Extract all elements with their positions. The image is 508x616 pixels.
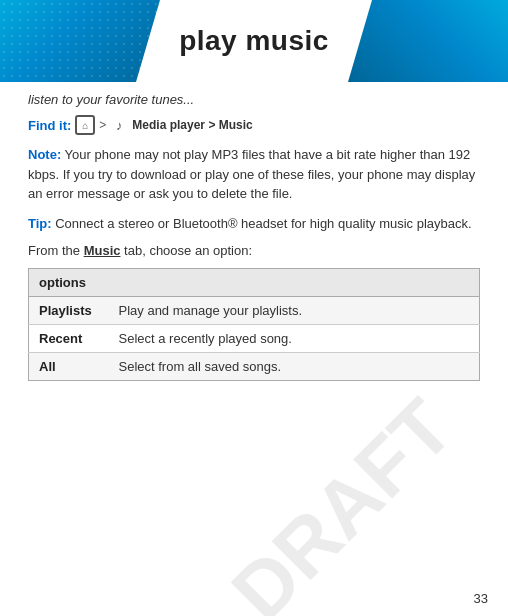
tagline: listen to your favorite tunes... bbox=[28, 92, 480, 107]
table-header-row: options bbox=[29, 269, 480, 297]
table-row: Playlists Play and manage your playlists… bbox=[29, 297, 480, 325]
arrow-separator: > bbox=[99, 118, 106, 132]
page-header: play music bbox=[0, 0, 508, 82]
tip-label: Tip: bbox=[28, 216, 52, 231]
table-header-cell: options bbox=[29, 269, 480, 297]
find-it-path: Media player > Music bbox=[132, 118, 252, 132]
from-text-start: From the bbox=[28, 243, 84, 258]
home-icon: ⌂ bbox=[75, 115, 95, 135]
tip-block: Tip: Connect a stereo or Bluetooth® head… bbox=[28, 214, 480, 234]
header-bg-right bbox=[348, 0, 508, 82]
option-desc-recent: Select a recently played song. bbox=[109, 325, 480, 353]
main-content: listen to your favorite tunes... Find it… bbox=[0, 82, 508, 391]
page-title: play music bbox=[179, 25, 329, 57]
table-row: Recent Select a recently played song. bbox=[29, 325, 480, 353]
draft-watermark: DRAFT bbox=[214, 382, 471, 616]
music-tab-word: Music bbox=[84, 243, 121, 258]
find-it-label: Find it: bbox=[28, 118, 71, 133]
from-block: From the Music tab, choose an option: bbox=[28, 243, 480, 258]
from-text-end: tab, choose an option: bbox=[120, 243, 252, 258]
music-icon: ♪ bbox=[110, 116, 128, 134]
table-row: All Select from all saved songs. bbox=[29, 353, 480, 381]
option-name-all: All bbox=[29, 353, 109, 381]
option-name-playlists: Playlists bbox=[29, 297, 109, 325]
option-desc-all: Select from all saved songs. bbox=[109, 353, 480, 381]
option-desc-playlists: Play and manage your playlists. bbox=[109, 297, 480, 325]
note-text: Your phone may not play MP3 files that h… bbox=[28, 147, 475, 201]
note-block: Note: Your phone may not play MP3 files … bbox=[28, 145, 480, 204]
page-number: 33 bbox=[474, 591, 488, 606]
options-table: options Playlists Play and manage your p… bbox=[28, 268, 480, 381]
option-name-recent: Recent bbox=[29, 325, 109, 353]
tip-text: Connect a stereo or Bluetooth® headset f… bbox=[52, 216, 472, 231]
note-label: Note: bbox=[28, 147, 61, 162]
find-it-row: Find it: ⌂ > ♪ Media player > Music bbox=[28, 115, 480, 135]
